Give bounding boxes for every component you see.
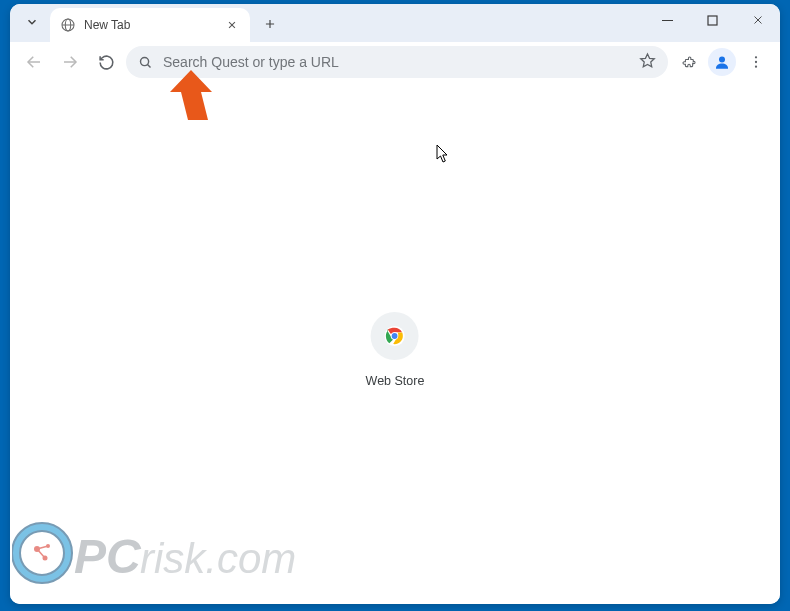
browser-window: New Tab: [10, 4, 780, 604]
svg-point-19: [755, 66, 757, 68]
tab-active[interactable]: New Tab: [50, 8, 250, 42]
window-maximize-button[interactable]: [690, 4, 735, 36]
nav-back-button[interactable]: [18, 46, 50, 78]
avatar: [708, 48, 736, 76]
svg-marker-15: [641, 53, 655, 66]
shortcut-icon-wrap: [371, 312, 419, 360]
close-icon: [752, 14, 764, 26]
reload-icon: [98, 54, 115, 71]
tab-title: New Tab: [84, 18, 216, 32]
extensions-icon: [680, 54, 697, 71]
svg-point-13: [141, 57, 149, 65]
new-tab-page: Web Store: [10, 82, 780, 604]
search-tabs-button[interactable]: [18, 8, 46, 36]
svg-line-14: [148, 64, 151, 67]
tab-close-button[interactable]: [224, 17, 240, 33]
shortcut-label: Web Store: [366, 374, 425, 388]
plus-icon: [263, 17, 277, 31]
arrow-left-icon: [25, 53, 43, 71]
search-icon: [138, 55, 153, 70]
arrow-right-icon: [61, 53, 79, 71]
window-minimize-button[interactable]: [645, 4, 690, 36]
close-icon: [227, 20, 237, 30]
svg-point-18: [755, 61, 757, 63]
toolbar-right: [672, 46, 772, 78]
svg-point-22: [392, 333, 398, 339]
address-input[interactable]: [163, 54, 629, 70]
menu-button[interactable]: [740, 46, 772, 78]
reload-button[interactable]: [90, 46, 122, 78]
window-controls: [645, 4, 780, 42]
person-icon: [713, 53, 731, 71]
tab-strip: New Tab: [10, 4, 780, 42]
chevron-down-icon: [25, 15, 39, 29]
window-close-button[interactable]: [735, 4, 780, 36]
svg-rect-8: [708, 16, 717, 25]
svg-point-16: [719, 56, 725, 62]
extensions-button[interactable]: [672, 46, 704, 78]
more-vertical-icon: [748, 54, 764, 70]
new-tab-button[interactable]: [256, 10, 284, 38]
bookmark-button[interactable]: [639, 52, 656, 73]
star-icon: [639, 52, 656, 69]
maximize-icon: [707, 15, 718, 26]
globe-icon: [60, 17, 76, 33]
svg-point-17: [755, 56, 757, 58]
shortcut-tile[interactable]: Web Store: [366, 312, 425, 388]
profile-button[interactable]: [706, 46, 738, 78]
omnibox[interactable]: [126, 46, 668, 78]
toolbar: [10, 42, 780, 82]
minimize-icon: [662, 15, 673, 26]
chrome-webstore-icon: [384, 325, 406, 347]
nav-forward-button[interactable]: [54, 46, 86, 78]
